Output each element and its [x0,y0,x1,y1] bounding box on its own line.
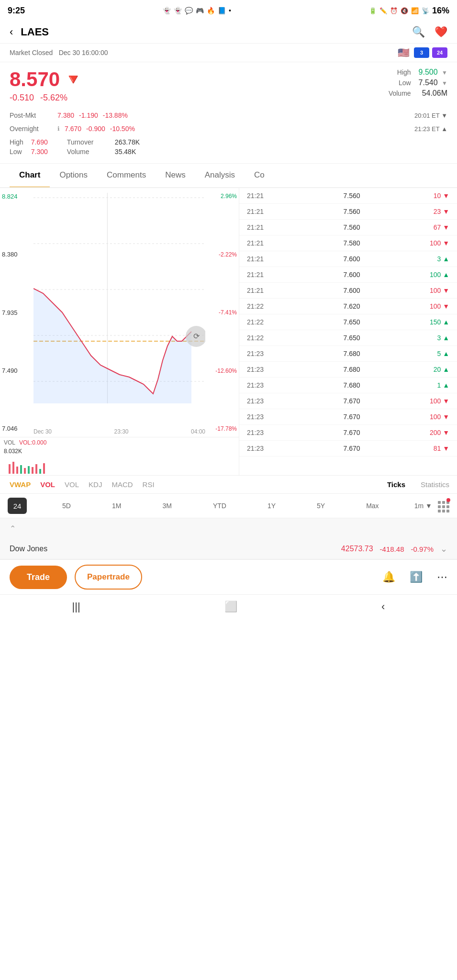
post-mkt-price: 7.380 [57,111,74,119]
flame-icon: 🔥 [207,7,215,14]
chart-tabs: Chart Options Comments News Analysis Co [0,164,457,188]
chat-icon: 💬 [185,7,193,14]
tick-vol: 100 ▼ [421,413,449,421]
vol-amount: 8.032K [0,448,239,455]
vol-label: Volume [67,148,105,156]
period-ytd[interactable]: YTD [207,499,232,512]
tick-time: 21:21 [247,271,271,278]
tick-vol: 20 ▲ [421,366,449,373]
ind-tab-vol1[interactable]: VOL [40,480,55,489]
tick-price: 7.650 [332,334,360,342]
tick-vol: 150 ▲ [421,318,449,326]
alert-icon[interactable]: 🔔 [382,571,395,583]
us-flag: 🇺🇸 [396,47,411,58]
tick-price: 7.680 [332,350,360,357]
tab-statistics[interactable]: Statistics [413,479,457,490]
tick-row: 21:23 7.670 100 ▼ [239,393,457,409]
trade-button[interactable]: Trade [10,566,67,589]
overnight-time[interactable]: 21:23 ET ▲ [414,125,447,133]
index-row: Dow Jones 42573.73 -418.48 -0.97% ⌄ [0,539,457,559]
more-icon[interactable]: ⋯ [437,571,447,583]
period-max[interactable]: Max [360,499,384,512]
tick-time: 21:21 [247,208,271,215]
tick-vol: 5 ▲ [421,350,449,357]
search-button[interactable]: 🔍 [412,26,425,38]
nav-menu-icon[interactable]: ||| [72,601,80,613]
header-left: ‹ LAES [10,26,49,38]
price-left: 8.570 🔻 -0.510 -5.62% [10,68,83,103]
nav-bar: ||| ⬜ ‹ [0,594,457,623]
nav-back-icon[interactable]: ‹ [381,601,385,613]
overnight-low-value: 7.300 [31,148,48,156]
low-dropdown[interactable]: ▼ [442,80,447,87]
tick-row: 21:23 7.680 20 ▲ [239,362,457,378]
period-1m[interactable]: 1M [106,499,127,512]
tick-price: 7.670 [332,397,360,405]
tick-vol: 67 ▼ [421,223,449,231]
ind-tab-macd[interactable]: MACD [111,480,133,489]
ind-tab-vwap[interactable]: VWAP [10,480,31,489]
back-button[interactable]: ‹ [10,26,13,38]
grid-icon-btn[interactable] [436,499,449,512]
ticks-stats-tabs: Ticks Statistics [379,479,457,490]
ind-tab-vol2[interactable]: VOL [65,480,79,489]
period-1y[interactable]: 1Y [262,499,281,512]
pct-1: -2.22% [207,251,237,258]
svg-rect-14 [24,468,26,474]
tab-chart[interactable]: Chart [10,164,50,188]
extended-section: Post-Mkt 7.380 -1.190 -13.88% 20:01 ET ▼… [0,109,457,164]
chart-pct-labels: 2.96% -2.22% -7.41% -12.60% -17.78% [205,188,239,437]
interval-selector[interactable]: 1m ▼ [414,502,432,510]
tick-vol: 3 ▲ [421,255,449,263]
tick-vol: 10 ▼ [421,192,449,200]
overnight-row: Overnight ℹ 7.670 -0.900 -10.50% 21:23 E… [10,122,447,135]
price-change-pct: -5.62% [40,93,67,102]
ticks-list: 21:21 7.560 10 ▼ 21:21 7.560 23 ▼ 21:21 … [239,188,457,475]
volume-row: Volume 35.48K [67,147,140,156]
tab-co[interactable]: Co [245,164,274,188]
period-3m[interactable]: 3M [156,499,177,512]
price-arrow-down: 🔻 [64,70,83,89]
tick-price: 7.670 [332,413,360,421]
battery-pct: 16% [432,6,449,16]
tab-news[interactable]: News [156,164,195,188]
collapse-icon-top[interactable]: ⌃ [10,524,16,533]
nav-home-icon[interactable]: ⬜ [224,601,237,613]
ind-tab-rsi[interactable]: RSI [143,480,155,489]
tab-options[interactable]: Options [50,164,97,188]
tick-row: 21:22 7.650 3 ▲ [239,330,457,346]
papertrade-button[interactable]: Papertrade [75,565,142,590]
collapse-arrow[interactable]: ⌄ [440,544,447,554]
overnight-high-value: 7.690 [31,138,48,146]
period-24[interactable]: 24 [8,498,27,514]
tick-vol: 100 ▼ [421,302,449,310]
status-time: 9:25 [8,6,25,16]
tick-vol: 1 ▲ [421,381,449,389]
ind-tab-kdj[interactable]: KDJ [89,480,102,489]
post-mkt-time[interactable]: 20:01 ET ▼ [414,112,447,119]
tick-price: 7.680 [332,366,360,373]
tick-time: 21:23 [247,350,271,357]
period-5y[interactable]: 5Y [311,499,331,512]
x-label-2: 04:00 [191,428,205,435]
overnight-price: 7.670 [65,125,81,133]
tab-analysis[interactable]: Analysis [195,164,245,188]
x-label-0: Dec 30 [33,428,52,435]
high-dropdown[interactable]: ▼ [442,69,447,76]
share-icon[interactable]: ⬆️ [410,571,423,583]
header-right: 🔍 ❤️ [412,26,447,38]
tick-vol: 100 ▼ [421,287,449,294]
ticker-symbol: LAES [21,26,49,38]
pct-0: 2.96% [207,193,237,200]
market-bar: Market Closed Dec 30 16:00:00 🇺🇸 3 24 [0,44,457,62]
tick-row: 21:21 7.600 3 ▲ [239,251,457,267]
tick-price: 7.560 [332,192,360,200]
period-5d[interactable]: 5D [56,499,77,512]
overnight-pct: -10.50% [110,125,135,133]
tick-time: 21:21 [247,255,271,263]
tick-price: 7.580 [332,239,360,247]
header: ‹ LAES 🔍 ❤️ [0,21,457,44]
tab-ticks[interactable]: Ticks [379,479,413,490]
favorite-button[interactable]: ❤️ [435,26,447,38]
tab-comments[interactable]: Comments [97,164,156,188]
